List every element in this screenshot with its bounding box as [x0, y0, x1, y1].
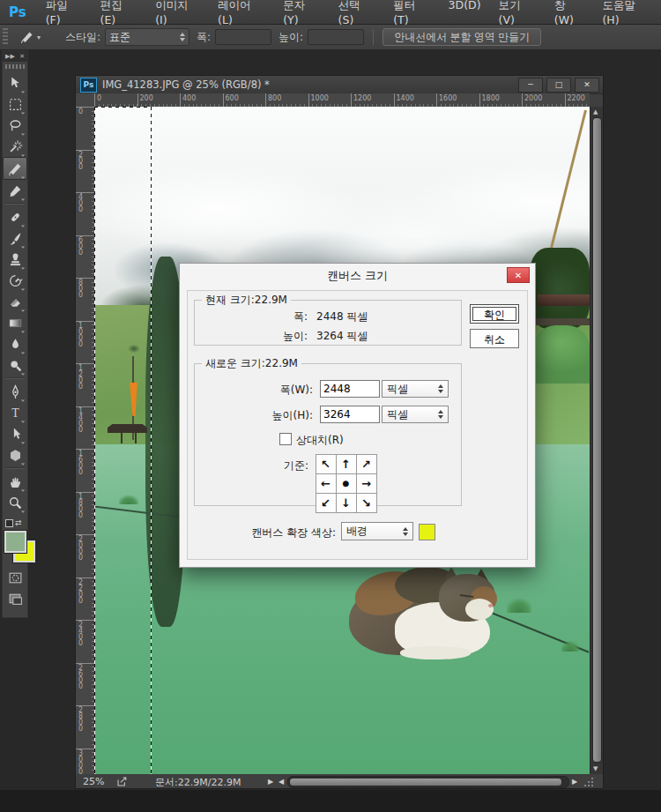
menu-item-7[interactable]: 3D(D): [440, 0, 490, 26]
flyout-triangle-icon: [19, 306, 25, 311]
path-selection-tool[interactable]: [4, 423, 26, 444]
gradient-tool[interactable]: [4, 312, 26, 333]
new-width-unit-dropdown[interactable]: 픽셀: [382, 380, 449, 398]
rectangular-marquee-tool[interactable]: [4, 93, 26, 115]
slices-from-guides-button[interactable]: 안내선에서 분할 영역 만들기: [382, 28, 541, 46]
quick-mask-icon: [8, 570, 23, 585]
options-bar-grip[interactable]: [3, 28, 8, 46]
dodge-tool[interactable]: [4, 354, 26, 376]
menu-item-1[interactable]: 편집(E): [92, 0, 147, 26]
slice-tool[interactable]: [3, 157, 27, 180]
scroll-down-icon[interactable]: ▼: [593, 765, 598, 772]
maximize-button[interactable]: □: [546, 78, 571, 93]
photo-grass-tuft: [119, 492, 138, 504]
document-titlebar[interactable]: Ps IMG_41283.JPG @ 25% (RGB/8) * ─□✕: [76, 76, 603, 94]
vertical-scrollbar[interactable]: ▲ ▼: [590, 107, 603, 774]
screen-mode-button[interactable]: [4, 589, 26, 608]
ok-button[interactable]: 확인: [470, 304, 519, 324]
canvas-extension-dropdown[interactable]: 배경: [341, 522, 413, 540]
tool-list: T: [3, 72, 27, 513]
pen-tool[interactable]: [4, 381, 26, 402]
new-height-unit-dropdown[interactable]: 픽셀: [382, 406, 449, 423]
chevron-down-icon: ▾: [37, 34, 41, 41]
cat-paws: [400, 646, 471, 659]
spot-healing-brush-tool[interactable]: [4, 206, 26, 227]
scroll-left-icon[interactable]: ◀: [279, 778, 284, 786]
menu-item-9[interactable]: 창(W): [546, 0, 594, 26]
anchor-cell-8[interactable]: ↘: [356, 493, 377, 513]
dialog-titlebar[interactable]: 캔버스 크기 ✕: [180, 264, 535, 288]
canvas-extension-color-swatch[interactable]: [419, 524, 435, 540]
eraser-tool[interactable]: [4, 291, 26, 312]
menu-item-8[interactable]: 보기(V): [490, 0, 546, 26]
slice-height-input[interactable]: [308, 29, 364, 45]
menu-item-2[interactable]: 이미지(I): [146, 0, 209, 26]
menu-item-5[interactable]: 선택(S): [330, 0, 385, 26]
anchor-cell-4[interactable]: ●: [336, 473, 357, 494]
blur-tool[interactable]: [4, 333, 26, 354]
cancel-button[interactable]: 취소: [470, 329, 519, 348]
eyedropper-tool[interactable]: [4, 180, 26, 201]
brush-tool[interactable]: [4, 227, 26, 249]
flyout-triangle-icon: [19, 221, 25, 227]
document-tab-icon: Ps: [80, 78, 97, 93]
tools-panel-header[interactable]: ▶▶ ✕: [3, 51, 27, 62]
foreground-swatch[interactable]: [4, 531, 26, 553]
menu-item-4[interactable]: 문자(Y): [274, 0, 329, 26]
relative-checkbox[interactable]: [279, 433, 292, 445]
anchor-cell-5[interactable]: →: [356, 473, 377, 494]
vertical-ruler[interactable]: 0200400600800100012001400160018002000220…: [76, 107, 95, 774]
menu-item-10[interactable]: 도움말(H): [593, 0, 661, 26]
document-title: IMG_41283.JPG @ 25% (RGB/8) *: [102, 78, 270, 91]
anchor-cell-2[interactable]: ↗: [356, 454, 377, 474]
zoom-tool[interactable]: [4, 492, 26, 513]
selection-marquee-right: [151, 107, 152, 774]
export-icon[interactable]: [116, 776, 128, 787]
collapse-panel-icon[interactable]: ▶▶: [5, 53, 15, 60]
vruler-label: 400: [78, 194, 84, 212]
new-height-input[interactable]: [320, 406, 380, 423]
menu-item-6[interactable]: 필터(T): [384, 0, 439, 26]
vruler-label: 1800: [78, 494, 84, 518]
spinner-icon: [438, 384, 443, 393]
vertical-scroll-thumb[interactable]: [592, 117, 602, 763]
new-width-input[interactable]: [320, 380, 380, 398]
anchor-cell-7[interactable]: ↓: [336, 493, 357, 513]
anchor-cell-0[interactable]: ↖: [316, 454, 337, 474]
cat-muzzle: [465, 599, 494, 620]
close-button[interactable]: ✕: [575, 78, 599, 93]
type-tool[interactable]: T: [4, 402, 26, 423]
history-brush-tool[interactable]: [4, 270, 26, 291]
current-height-row: 높이:3264 픽셀: [195, 329, 461, 345]
screen-mode-icon: [8, 592, 23, 607]
resize-grip-icon[interactable]: [583, 777, 594, 787]
anchor-cell-6[interactable]: ↙: [316, 493, 337, 513]
status-flyout-icon[interactable]: ▶: [268, 778, 273, 786]
scroll-up-icon[interactable]: ▲: [593, 108, 598, 115]
lasso-tool[interactable]: [4, 115, 26, 136]
horizontal-ruler[interactable]: 0200400600800100012001400160018002000220…: [94, 93, 590, 108]
panel-grip[interactable]: [5, 64, 25, 69]
menu-item-0[interactable]: 파일(F): [37, 0, 92, 26]
magic-wand-tool[interactable]: [4, 136, 26, 157]
vruler-label: 1000: [78, 323, 84, 347]
close-panel-icon[interactable]: ✕: [19, 53, 25, 60]
style-dropdown[interactable]: 표준: [105, 28, 189, 46]
default-swap-colors[interactable]: ⇄: [3, 513, 27, 529]
menu-item-3[interactable]: 레이어(L): [209, 0, 274, 26]
anchor-cell-1[interactable]: ↑: [336, 454, 357, 474]
horizontal-scrollbar[interactable]: [287, 776, 569, 788]
zoom-level[interactable]: 25%: [83, 776, 104, 787]
slice-width-input[interactable]: [215, 29, 271, 45]
shape-tool[interactable]: [4, 444, 26, 466]
quick-mask-button[interactable]: [4, 568, 26, 587]
dialog-close-button[interactable]: ✕: [507, 267, 530, 283]
hand-tool[interactable]: [4, 471, 26, 492]
slice-tool-preview[interactable]: ▾: [15, 28, 46, 46]
scroll-right-icon[interactable]: ▶: [572, 778, 577, 786]
horizontal-scroll-thumb[interactable]: [289, 778, 562, 786]
minimize-button[interactable]: ─: [518, 78, 543, 93]
move-tool[interactable]: [4, 72, 26, 93]
clone-stamp-tool[interactable]: [4, 249, 26, 270]
anchor-cell-3[interactable]: ←: [316, 473, 337, 494]
